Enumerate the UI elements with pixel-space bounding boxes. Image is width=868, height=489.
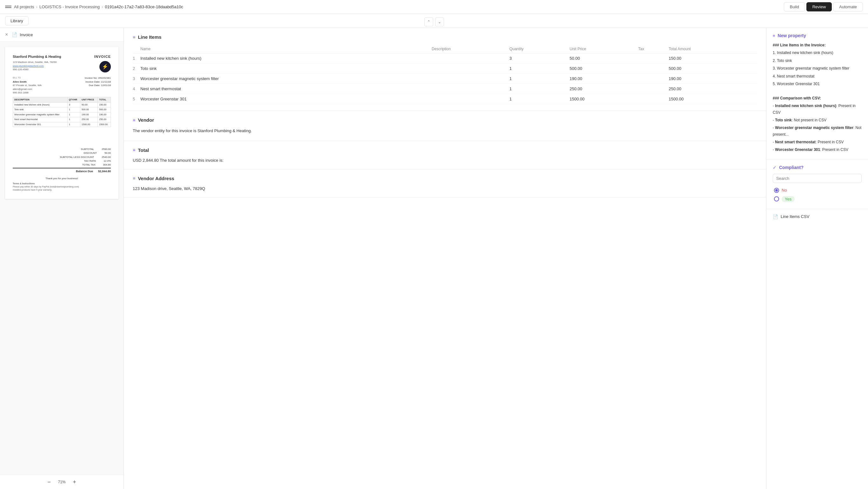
new-property-line: - Nest smart thermostat: Present in CSV	[773, 139, 862, 145]
inv-col-qty: QTY/HR	[67, 97, 80, 102]
total-title: Total	[138, 147, 149, 153]
new-property-line: ### Comparison with CSV:	[773, 95, 862, 101]
new-property-line: ### Line Items in the Invoice:	[773, 42, 862, 48]
inv-discount-row: DISCOUNT 50.00	[13, 151, 111, 155]
new-property-line: - Worcester greenstar magnetic system fi…	[773, 125, 862, 137]
zoom-level: 71%	[58, 480, 65, 484]
inv-header: Stanford Plumbing & Heating 123 Madison …	[13, 54, 111, 72]
breadcrumb-sep2: ›	[102, 4, 103, 9]
li-table-header-row: Name Description Quantity Unit Price Tax…	[133, 45, 757, 53]
left-panel-header: × 📄 Invoice	[0, 28, 124, 42]
inv-terms: Terms & Instructions Please pay within 3…	[13, 182, 111, 191]
inv-company-name: Stanford Plumbing & Heating	[13, 54, 61, 59]
close-icon[interactable]: ×	[5, 32, 8, 37]
compliant-yes-option[interactable]: Yes	[773, 194, 862, 204]
line-items-csv-label: Line Items CSV	[781, 214, 809, 219]
inv-phone: 990-120-4560	[13, 68, 61, 71]
line-items-title: Line Items	[138, 34, 161, 40]
inv-col-total: TOTAL	[98, 97, 111, 102]
bill-to-label: BILL TO	[13, 76, 41, 80]
compliant-no-option[interactable]: No	[773, 186, 862, 194]
inv-table-row: Worcester Greenstar 30111500.001500.00	[13, 122, 111, 127]
all-projects-link[interactable]: All projects	[14, 4, 34, 9]
tab-automate[interactable]: Automate	[833, 2, 863, 11]
inv-subtotal-row: SUBTOTAL 2590.00	[13, 147, 111, 151]
inv-address1: 123 Madison drive, Seattle, WA, 78290	[13, 60, 61, 64]
inv-table-row: Installed new kitchen sink (hours)350.00…	[13, 102, 111, 108]
tab-group: Build Review Automate	[784, 2, 863, 11]
table-row: 2Toto sink1500.00500.00	[133, 64, 757, 74]
left-panel-title: Invoice	[20, 32, 33, 37]
menu-icon[interactable]	[5, 4, 11, 10]
inv-balance-row: Balance Due $2,844.80	[13, 168, 111, 174]
line-items-section: ≡ Line Items Name Description Quantity U…	[124, 28, 766, 111]
inv-due-row: Due Date: 12/01/18	[85, 84, 111, 87]
inv-date-row: Invoice Date: 11/11/18	[85, 80, 111, 84]
tab-build[interactable]: Build	[784, 2, 805, 11]
inv-client-name: Allen Smith	[13, 80, 41, 84]
inv-logo: ⚡	[99, 61, 111, 72]
zoom-in-button[interactable]: +	[71, 478, 79, 486]
nav-down-button[interactable]: ⌄	[435, 18, 444, 26]
vendor-address-text: 123 Madison drive, Seattle, WA, 7829Q	[133, 186, 757, 191]
line-items-header: ≡ Line Items	[133, 34, 757, 40]
nav-up-button[interactable]: ⌃	[424, 18, 433, 26]
inv-table-row: Nest smart thermostat1250.00250.00	[13, 117, 111, 122]
li-col-desc: Description	[432, 45, 509, 53]
nav-arrows: ⌃ ⌄	[424, 18, 444, 26]
inv-client-phone: 990-302-1898	[13, 91, 41, 94]
zoom-out-button[interactable]: −	[45, 478, 53, 486]
total-icon: ≡	[133, 147, 135, 153]
document-icon: 📄	[12, 32, 17, 37]
vendor-address-title: Vendor Address	[138, 176, 174, 181]
left-panel: × 📄 Invoice Stanford Plumbing & Heating …	[0, 28, 124, 489]
vendor-address-section: ≡ Vendor Address 123 Madison drive, Seat…	[124, 170, 766, 197]
inv-logo-area: INVOICE ⚡	[94, 54, 111, 72]
top-bar: All projects › LOGISTICS - Invoice Proce…	[0, 0, 868, 14]
project-link[interactable]: LOGISTICS - Invoice Processing	[39, 4, 100, 9]
new-property-section: ≡ New property ### Line Items in the Inv…	[766, 28, 868, 160]
total-text: USD 2,844.80 The total amount for this i…	[133, 158, 757, 163]
line-items-csv-section: 📄 Line Items CSV	[766, 209, 868, 224]
new-property-line: 4. Nest smart thermostat	[773, 73, 862, 80]
total-header: ≡ Total	[133, 147, 757, 153]
new-property-line: 3. Worcester greenstar magnetic system f…	[773, 65, 862, 71]
compliant-header: ✓ Compliant?	[773, 165, 862, 170]
invoice-content: Stanford Plumbing & Heating 123 Madison …	[0, 42, 124, 475]
inv-client-address: 87 Private st, Seattle, WA	[13, 84, 41, 87]
inv-meta: Invoice No: #INV02381 Invoice Date: 11/1…	[85, 76, 111, 94]
compliant-search-input[interactable]	[773, 174, 862, 183]
new-property-line: 1. Installed new kitchen sink (hours)	[773, 50, 862, 56]
inv-col-desc: DESCRIPTION	[13, 97, 68, 102]
inv-col-price: UNIT PRICE	[80, 97, 97, 102]
middle-panel: ≡ Line Items Name Description Quantity U…	[124, 28, 766, 489]
compliant-title: Compliant?	[779, 165, 804, 170]
inv-bill-row: BILL TO Allen Smith 87 Private st, Seatt…	[13, 76, 111, 94]
li-col-num	[133, 45, 141, 53]
vendor-title: Vendor	[138, 117, 154, 123]
library-button[interactable]: Library	[5, 16, 29, 25]
inv-bill-to: BILL TO Allen Smith 87 Private st, Seatt…	[13, 76, 41, 94]
inv-title: INVOICE	[94, 54, 111, 59]
zoom-bar: − 71% +	[0, 475, 124, 489]
inv-subtotal-less-row: SUBTOTAL LESS DISCOUNT 2540.00	[13, 155, 111, 159]
invoice-paper: Stanford Plumbing & Heating 123 Madison …	[5, 47, 119, 199]
doc-id: 0191a42c-17a2-7a83-83ce-18daabd5a10c	[105, 4, 183, 9]
compliant-no-radio[interactable]	[774, 188, 779, 193]
new-property-title: New property	[778, 33, 806, 38]
li-col-qty: Quantity	[509, 45, 570, 53]
inv-website: www.plumbingstanford.com	[13, 64, 61, 68]
table-row: 4Nest smart thermostat1250.00250.00	[133, 84, 757, 94]
breadcrumb-sep1: ›	[36, 4, 37, 9]
new-property-line: - Worcester Greenstar 301: Present in CS…	[773, 147, 862, 153]
right-panel: ≡ New property ### Line Items in the Inv…	[766, 28, 868, 489]
table-row: 5Worcester Greenstar 30111500.001500.00	[133, 94, 757, 104]
inv-empty-rows	[13, 130, 111, 145]
new-property-line: - Toto sink: Not present in CSV	[773, 117, 862, 123]
compliant-yes-radio[interactable]	[774, 196, 779, 202]
tab-review[interactable]: Review	[806, 2, 832, 11]
total-section: ≡ Total USD 2,844.80 The total amount fo…	[124, 141, 766, 170]
vendor-address-icon: ≡	[133, 176, 135, 181]
vendor-section: ≡ Vendor The vendor entity for this invo…	[124, 111, 766, 141]
vendor-icon: ≡	[133, 118, 135, 123]
